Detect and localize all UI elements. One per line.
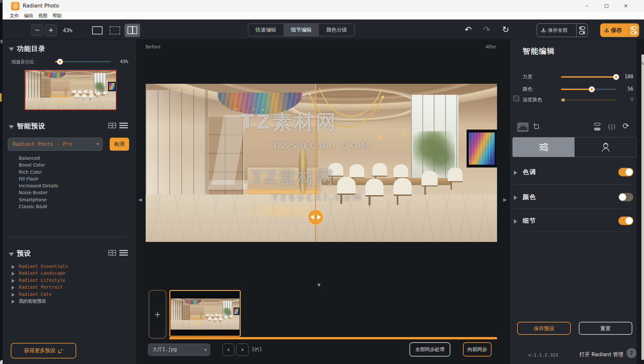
redo-icon[interactable]: ↷ bbox=[483, 25, 490, 34]
zoom-percent-slider[interactable] bbox=[55, 61, 111, 62]
grid-view-icon[interactable] bbox=[108, 250, 116, 256]
zoom-out-button[interactable]: − bbox=[31, 24, 43, 36]
menu-help[interactable]: 帮助 bbox=[53, 13, 62, 19]
expand-triangle-icon[interactable] bbox=[514, 170, 517, 175]
smart-preset-item[interactable]: Boost Color bbox=[19, 162, 58, 169]
view-split-slider-button[interactable] bbox=[125, 24, 140, 37]
refresh-icon[interactable]: ↻ bbox=[502, 25, 509, 34]
expand-triangle-icon[interactable] bbox=[12, 265, 15, 269]
expand-triangle-icon[interactable] bbox=[514, 219, 517, 224]
maximize-button[interactable] bbox=[597, 0, 616, 12]
view-single-icon[interactable] bbox=[92, 26, 103, 34]
sync-all-button[interactable]: 全部同步处理 bbox=[409, 342, 450, 357]
smart-preset-item[interactable]: Increased Details bbox=[19, 182, 58, 189]
color-section[interactable]: 颜色 bbox=[511, 193, 637, 208]
flip-vertical-icon[interactable] bbox=[594, 123, 601, 131]
preset-group[interactable]: Radiant Landscape bbox=[3, 270, 136, 277]
expand-triangle-icon[interactable] bbox=[12, 300, 15, 304]
sync-forward-button[interactable]: 向前同步 bbox=[463, 342, 492, 357]
view-sidebyside-icon[interactable] bbox=[110, 26, 120, 34]
color-toggle[interactable] bbox=[618, 193, 633, 201]
tab-global-adjustments[interactable] bbox=[513, 137, 575, 157]
expand-triangle-icon[interactable] bbox=[514, 195, 517, 200]
zoom-in-button[interactable]: + bbox=[45, 24, 57, 36]
detect-button[interactable]: 检测 bbox=[110, 138, 129, 151]
slider-knob[interactable] bbox=[562, 98, 565, 102]
undo-icon[interactable]: ↶ bbox=[465, 25, 472, 34]
collapse-triangle-icon[interactable] bbox=[9, 253, 14, 256]
preset-group-my-smart-presets[interactable]: 我的智能预设 bbox=[3, 298, 136, 305]
rotate-icon[interactable]: ⟳ bbox=[623, 121, 629, 131]
previous-image-button[interactable]: ‹ bbox=[222, 344, 235, 356]
expand-triangle-icon[interactable] bbox=[12, 293, 15, 297]
close-button[interactable]: × bbox=[616, 0, 635, 12]
smart-preset-item[interactable]: Noise Buster bbox=[19, 189, 58, 196]
tab-quick-edit[interactable]: 快速编辑 bbox=[248, 24, 284, 36]
save-all-options-icon[interactable] bbox=[577, 24, 588, 37]
smart-preset-dropdown[interactable]: Radiant Photo - Pro ▾ bbox=[8, 138, 103, 151]
collapse-right-panel-icon[interactable]: ▶ bbox=[503, 197, 507, 203]
collapse-filmstrip-icon[interactable]: ▼ bbox=[317, 282, 321, 287]
navigator-thumbnail[interactable] bbox=[25, 70, 116, 110]
list-view-icon[interactable] bbox=[119, 250, 128, 256]
smart-preset-item[interactable]: Smartphone bbox=[19, 196, 58, 203]
watermark-text: TZ素材网 bbox=[251, 166, 335, 189]
background-scrollbar[interactable]: ↻ bbox=[641, 55, 644, 360]
filmstrip-thumbnail-selected[interactable] bbox=[169, 290, 241, 337]
save-preset-button[interactable]: 保存预设 bbox=[517, 322, 571, 335]
collapse-left-panel-icon[interactable]: ◀ bbox=[138, 197, 142, 203]
expand-triangle-icon[interactable] bbox=[12, 279, 15, 283]
preset-group[interactable]: Radiant Portrait bbox=[3, 284, 136, 291]
filename-dropdown[interactable]: 大厅1.jpg ▾ bbox=[148, 344, 210, 356]
deep-skin-slider[interactable] bbox=[561, 99, 616, 101]
save-button[interactable]: 保存 bbox=[600, 23, 639, 37]
save-options-icon[interactable] bbox=[628, 23, 639, 37]
left-panel: 功能目录 缩放百分比 43% 智能预设 Radiant Photo - Pro bbox=[3, 40, 136, 364]
minimize-button[interactable]: – bbox=[577, 0, 596, 12]
slider-knob[interactable] bbox=[589, 86, 595, 92]
smart-preset-item[interactable]: Classic B&W bbox=[19, 203, 58, 210]
collapse-triangle-icon[interactable] bbox=[9, 125, 14, 129]
open-radiant-manager-link[interactable]: 打开 Radiant 管理 bbox=[579, 351, 624, 358]
tone-section[interactable]: 色调 bbox=[511, 168, 637, 183]
histogram-button[interactable] bbox=[517, 122, 529, 132]
reset-button[interactable]: 重置 bbox=[579, 322, 632, 335]
detail-section[interactable]: 细节 bbox=[511, 217, 637, 232]
strength-slider[interactable] bbox=[561, 76, 616, 78]
next-image-button[interactable]: › bbox=[236, 344, 249, 356]
before-after-handle[interactable] bbox=[308, 210, 323, 225]
help-button[interactable]: ? bbox=[626, 348, 637, 358]
smart-preset-item[interactable]: Balanced bbox=[19, 155, 58, 162]
zoom-percent-label: 缩放百分比 bbox=[11, 59, 34, 65]
preset-group[interactable]: Radiant Cats bbox=[3, 292, 136, 298]
photo-canvas[interactable]: TZ素材网 TZSUCAI.COM TZ素材网 TZSUCAI.COM bbox=[146, 84, 497, 242]
flip-horizontal-icon[interactable]: (|) bbox=[608, 122, 616, 131]
crop-icon[interactable] bbox=[533, 123, 541, 131]
grid-view-icon[interactable] bbox=[108, 123, 116, 128]
tab-detail-edit[interactable]: 细节编辑 bbox=[284, 24, 319, 36]
preset-group[interactable]: Radiant Essentials bbox=[3, 264, 136, 270]
tab-color-grading[interactable]: 颜色分级 bbox=[319, 24, 354, 36]
get-more-presets-button[interactable]: 获得更多预设 ↗ bbox=[11, 343, 76, 358]
menu-file[interactable]: 文件 bbox=[10, 13, 19, 19]
edit-mode-tabs: 快速编辑 细节编辑 颜色分级 bbox=[248, 23, 355, 36]
save-all-button[interactable]: 保存全部 bbox=[537, 23, 588, 37]
smart-preset-item[interactable]: Rich Color bbox=[19, 169, 58, 176]
filmstrip-scrollbar[interactable] bbox=[169, 337, 497, 339]
menu-edit[interactable]: 编辑 bbox=[24, 13, 33, 19]
slider-knob[interactable] bbox=[57, 59, 63, 65]
smart-preset-item[interactable]: Fill Flash bbox=[19, 176, 58, 182]
zoom-readout: 43% bbox=[63, 27, 72, 33]
list-view-icon[interactable] bbox=[119, 123, 128, 128]
tab-portrait-adjustments[interactable] bbox=[575, 137, 637, 157]
preset-group[interactable]: Radiant Lifestyle bbox=[3, 278, 136, 284]
detail-toggle[interactable] bbox=[618, 217, 633, 225]
expand-triangle-icon[interactable] bbox=[12, 272, 15, 276]
slider-label: 力度 bbox=[523, 74, 532, 80]
tone-toggle[interactable] bbox=[618, 168, 633, 176]
add-image-button[interactable]: + bbox=[149, 290, 166, 339]
color-slider[interactable] bbox=[561, 89, 616, 90]
collapse-triangle-icon[interactable] bbox=[9, 47, 14, 51]
expand-triangle-icon[interactable] bbox=[12, 286, 15, 290]
menu-view[interactable]: 视图 bbox=[38, 13, 47, 19]
